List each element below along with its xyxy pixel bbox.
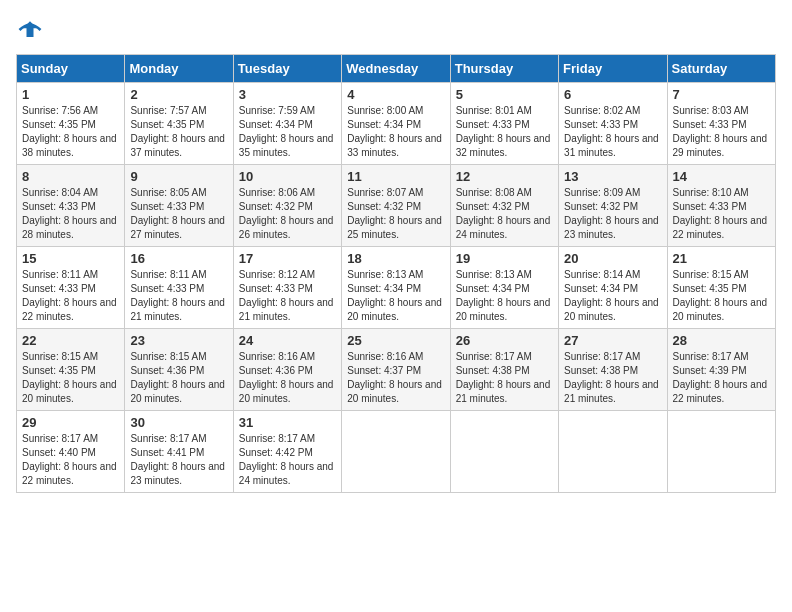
day-info: Sunrise: 8:13 AM Sunset: 4:34 PM Dayligh… bbox=[347, 269, 442, 322]
day-info: Sunrise: 7:56 AM Sunset: 4:35 PM Dayligh… bbox=[22, 105, 117, 158]
calendar-cell: 2 Sunrise: 7:57 AM Sunset: 4:35 PM Dayli… bbox=[125, 83, 233, 165]
weekday-header-thursday: Thursday bbox=[450, 55, 558, 83]
weekday-header-monday: Monday bbox=[125, 55, 233, 83]
day-number: 18 bbox=[347, 251, 444, 266]
day-info: Sunrise: 8:05 AM Sunset: 4:33 PM Dayligh… bbox=[130, 187, 225, 240]
logo bbox=[16, 16, 48, 44]
calendar-cell: 30 Sunrise: 8:17 AM Sunset: 4:41 PM Dayl… bbox=[125, 411, 233, 493]
calendar-cell bbox=[667, 411, 775, 493]
day-number: 13 bbox=[564, 169, 661, 184]
day-number: 28 bbox=[673, 333, 770, 348]
logo-icon bbox=[16, 16, 44, 44]
calendar-cell: 24 Sunrise: 8:16 AM Sunset: 4:36 PM Dayl… bbox=[233, 329, 341, 411]
calendar-cell: 29 Sunrise: 8:17 AM Sunset: 4:40 PM Dayl… bbox=[17, 411, 125, 493]
calendar-cell: 5 Sunrise: 8:01 AM Sunset: 4:33 PM Dayli… bbox=[450, 83, 558, 165]
header bbox=[16, 16, 776, 44]
day-number: 25 bbox=[347, 333, 444, 348]
day-info: Sunrise: 8:16 AM Sunset: 4:36 PM Dayligh… bbox=[239, 351, 334, 404]
day-number: 21 bbox=[673, 251, 770, 266]
weekday-header-saturday: Saturday bbox=[667, 55, 775, 83]
day-info: Sunrise: 8:11 AM Sunset: 4:33 PM Dayligh… bbox=[130, 269, 225, 322]
day-info: Sunrise: 8:09 AM Sunset: 4:32 PM Dayligh… bbox=[564, 187, 659, 240]
day-number: 22 bbox=[22, 333, 119, 348]
calendar-cell: 8 Sunrise: 8:04 AM Sunset: 4:33 PM Dayli… bbox=[17, 165, 125, 247]
day-info: Sunrise: 8:15 AM Sunset: 4:36 PM Dayligh… bbox=[130, 351, 225, 404]
day-number: 31 bbox=[239, 415, 336, 430]
day-info: Sunrise: 8:10 AM Sunset: 4:33 PM Dayligh… bbox=[673, 187, 768, 240]
day-number: 5 bbox=[456, 87, 553, 102]
day-info: Sunrise: 8:08 AM Sunset: 4:32 PM Dayligh… bbox=[456, 187, 551, 240]
day-number: 3 bbox=[239, 87, 336, 102]
day-info: Sunrise: 8:11 AM Sunset: 4:33 PM Dayligh… bbox=[22, 269, 117, 322]
day-info: Sunrise: 8:17 AM Sunset: 4:39 PM Dayligh… bbox=[673, 351, 768, 404]
calendar-cell: 14 Sunrise: 8:10 AM Sunset: 4:33 PM Dayl… bbox=[667, 165, 775, 247]
day-info: Sunrise: 8:06 AM Sunset: 4:32 PM Dayligh… bbox=[239, 187, 334, 240]
day-info: Sunrise: 8:00 AM Sunset: 4:34 PM Dayligh… bbox=[347, 105, 442, 158]
day-info: Sunrise: 7:59 AM Sunset: 4:34 PM Dayligh… bbox=[239, 105, 334, 158]
day-number: 1 bbox=[22, 87, 119, 102]
calendar-cell: 17 Sunrise: 8:12 AM Sunset: 4:33 PM Dayl… bbox=[233, 247, 341, 329]
day-number: 2 bbox=[130, 87, 227, 102]
calendar-cell: 10 Sunrise: 8:06 AM Sunset: 4:32 PM Dayl… bbox=[233, 165, 341, 247]
day-info: Sunrise: 8:17 AM Sunset: 4:41 PM Dayligh… bbox=[130, 433, 225, 486]
day-info: Sunrise: 8:01 AM Sunset: 4:33 PM Dayligh… bbox=[456, 105, 551, 158]
day-info: Sunrise: 8:04 AM Sunset: 4:33 PM Dayligh… bbox=[22, 187, 117, 240]
calendar-cell: 26 Sunrise: 8:17 AM Sunset: 4:38 PM Dayl… bbox=[450, 329, 558, 411]
day-info: Sunrise: 8:15 AM Sunset: 4:35 PM Dayligh… bbox=[22, 351, 117, 404]
calendar-cell: 15 Sunrise: 8:11 AM Sunset: 4:33 PM Dayl… bbox=[17, 247, 125, 329]
day-info: Sunrise: 8:17 AM Sunset: 4:40 PM Dayligh… bbox=[22, 433, 117, 486]
day-number: 15 bbox=[22, 251, 119, 266]
calendar-cell: 9 Sunrise: 8:05 AM Sunset: 4:33 PM Dayli… bbox=[125, 165, 233, 247]
day-info: Sunrise: 8:02 AM Sunset: 4:33 PM Dayligh… bbox=[564, 105, 659, 158]
day-number: 10 bbox=[239, 169, 336, 184]
calendar-cell: 27 Sunrise: 8:17 AM Sunset: 4:38 PM Dayl… bbox=[559, 329, 667, 411]
calendar-cell bbox=[342, 411, 450, 493]
day-info: Sunrise: 8:07 AM Sunset: 4:32 PM Dayligh… bbox=[347, 187, 442, 240]
day-number: 6 bbox=[564, 87, 661, 102]
day-number: 17 bbox=[239, 251, 336, 266]
day-number: 16 bbox=[130, 251, 227, 266]
weekday-header-friday: Friday bbox=[559, 55, 667, 83]
day-info: Sunrise: 8:17 AM Sunset: 4:38 PM Dayligh… bbox=[564, 351, 659, 404]
day-number: 4 bbox=[347, 87, 444, 102]
weekday-header-tuesday: Tuesday bbox=[233, 55, 341, 83]
calendar-cell: 1 Sunrise: 7:56 AM Sunset: 4:35 PM Dayli… bbox=[17, 83, 125, 165]
day-number: 26 bbox=[456, 333, 553, 348]
calendar-cell: 7 Sunrise: 8:03 AM Sunset: 4:33 PM Dayli… bbox=[667, 83, 775, 165]
day-number: 27 bbox=[564, 333, 661, 348]
calendar: SundayMondayTuesdayWednesdayThursdayFrid… bbox=[16, 54, 776, 493]
calendar-cell: 19 Sunrise: 8:13 AM Sunset: 4:34 PM Dayl… bbox=[450, 247, 558, 329]
calendar-cell: 25 Sunrise: 8:16 AM Sunset: 4:37 PM Dayl… bbox=[342, 329, 450, 411]
calendar-cell: 31 Sunrise: 8:17 AM Sunset: 4:42 PM Dayl… bbox=[233, 411, 341, 493]
calendar-cell: 11 Sunrise: 8:07 AM Sunset: 4:32 PM Dayl… bbox=[342, 165, 450, 247]
day-number: 29 bbox=[22, 415, 119, 430]
day-number: 8 bbox=[22, 169, 119, 184]
day-number: 12 bbox=[456, 169, 553, 184]
calendar-cell: 6 Sunrise: 8:02 AM Sunset: 4:33 PM Dayli… bbox=[559, 83, 667, 165]
day-info: Sunrise: 8:03 AM Sunset: 4:33 PM Dayligh… bbox=[673, 105, 768, 158]
calendar-cell: 18 Sunrise: 8:13 AM Sunset: 4:34 PM Dayl… bbox=[342, 247, 450, 329]
day-number: 7 bbox=[673, 87, 770, 102]
calendar-cell bbox=[450, 411, 558, 493]
calendar-cell: 16 Sunrise: 8:11 AM Sunset: 4:33 PM Dayl… bbox=[125, 247, 233, 329]
day-number: 9 bbox=[130, 169, 227, 184]
day-info: Sunrise: 8:16 AM Sunset: 4:37 PM Dayligh… bbox=[347, 351, 442, 404]
calendar-cell bbox=[559, 411, 667, 493]
weekday-header-wednesday: Wednesday bbox=[342, 55, 450, 83]
calendar-cell: 23 Sunrise: 8:15 AM Sunset: 4:36 PM Dayl… bbox=[125, 329, 233, 411]
calendar-cell: 21 Sunrise: 8:15 AM Sunset: 4:35 PM Dayl… bbox=[667, 247, 775, 329]
day-number: 20 bbox=[564, 251, 661, 266]
calendar-cell: 28 Sunrise: 8:17 AM Sunset: 4:39 PM Dayl… bbox=[667, 329, 775, 411]
calendar-cell: 13 Sunrise: 8:09 AM Sunset: 4:32 PM Dayl… bbox=[559, 165, 667, 247]
day-info: Sunrise: 8:15 AM Sunset: 4:35 PM Dayligh… bbox=[673, 269, 768, 322]
day-info: Sunrise: 8:17 AM Sunset: 4:42 PM Dayligh… bbox=[239, 433, 334, 486]
day-info: Sunrise: 8:14 AM Sunset: 4:34 PM Dayligh… bbox=[564, 269, 659, 322]
day-number: 11 bbox=[347, 169, 444, 184]
day-info: Sunrise: 8:13 AM Sunset: 4:34 PM Dayligh… bbox=[456, 269, 551, 322]
calendar-cell: 12 Sunrise: 8:08 AM Sunset: 4:32 PM Dayl… bbox=[450, 165, 558, 247]
day-number: 30 bbox=[130, 415, 227, 430]
day-number: 19 bbox=[456, 251, 553, 266]
day-number: 24 bbox=[239, 333, 336, 348]
calendar-cell: 20 Sunrise: 8:14 AM Sunset: 4:34 PM Dayl… bbox=[559, 247, 667, 329]
day-number: 23 bbox=[130, 333, 227, 348]
